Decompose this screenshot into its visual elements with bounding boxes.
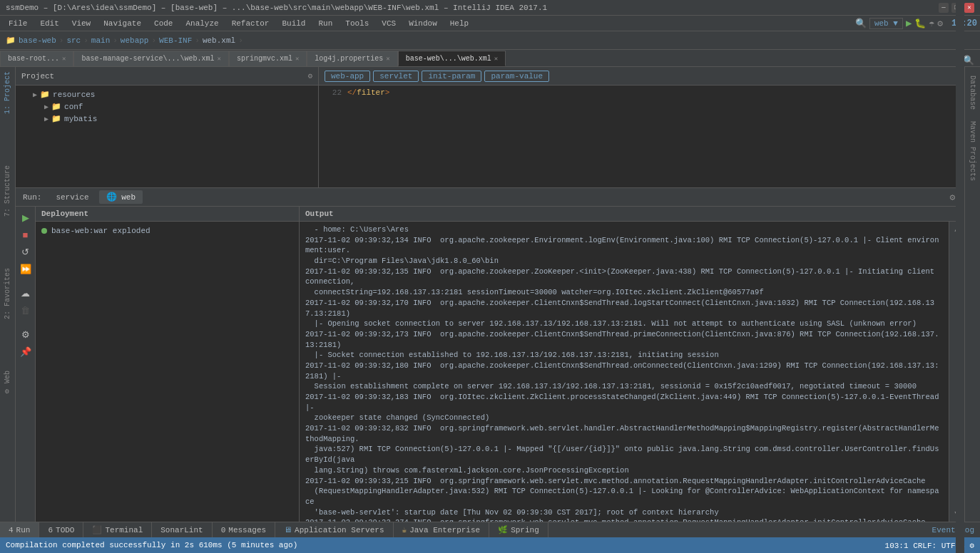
- tab-close-0[interactable]: ✕: [62, 55, 66, 63]
- deploy-button[interactable]: ☁: [18, 285, 34, 301]
- pin-button[interactable]: 📌: [18, 343, 34, 359]
- bottom-tab-messages[interactable]: 0 Messages: [213, 522, 275, 537]
- title-bar: ssmDemo – [D:\Ares\idea\ssmDemo] – [base…: [0, 0, 980, 16]
- toolbar-settings-icon[interactable]: ⚙: [937, 18, 943, 29]
- menu-refactor[interactable]: Refactor: [226, 18, 275, 29]
- bottom-tab-sonar[interactable]: SonarLint: [152, 522, 212, 537]
- token-init-param[interactable]: init-param: [422, 71, 481, 82]
- project-cog[interactable]: ⚙: [307, 71, 312, 81]
- event-log-link[interactable]: Event Log: [927, 526, 980, 534]
- code-editor: web-app servlet init-param param-value 2…: [319, 67, 964, 187]
- tab-close-2[interactable]: ✕: [295, 55, 299, 63]
- panel-tab-structure[interactable]: 7: Structure: [2, 161, 13, 221]
- tab-close-1[interactable]: ✕: [217, 55, 220, 63]
- log-line-18: 'base-web-servlet': startup date [Thu No…: [305, 507, 943, 518]
- tab-close-3[interactable]: ✕: [386, 55, 389, 63]
- toolbar-search-icon[interactable]: 🔍: [855, 18, 867, 29]
- breadcrumb-webxml[interactable]: web.xml: [203, 36, 235, 45]
- deployment-item-base-web[interactable]: base-web:war exploded: [39, 224, 296, 237]
- code-line-area: 22 </filter>: [319, 86, 964, 187]
- menu-analyze[interactable]: Analyze: [180, 18, 224, 29]
- minimize-button[interactable]: ─: [939, 3, 949, 13]
- menu-bar: File Edit View Navigate Code Analyze Ref…: [0, 16, 980, 31]
- web-icon: 🌐: [106, 192, 117, 202]
- breadcrumb-webinf[interactable]: WEB-INF: [159, 36, 192, 45]
- bottom-tab-javaent[interactable]: ☕ Java Enterprise: [394, 522, 490, 537]
- menu-window[interactable]: Window: [403, 18, 443, 29]
- log-line-12: zookeeper state changed (SyncConnected): [305, 413, 943, 423]
- tag-name: filter: [357, 88, 385, 97]
- menu-vcs[interactable]: VCS: [376, 18, 402, 29]
- settings-button[interactable]: ⚙: [18, 326, 34, 342]
- scrollbar[interactable]: [956, 67, 964, 522]
- run-panel-wrapper: Run: service 🌐 web ⚙ ▼: [16, 188, 964, 522]
- undeploy-button[interactable]: 🗑: [18, 302, 34, 318]
- rerun-button[interactable]: ↺: [18, 244, 34, 259]
- token-web-app[interactable]: web-app: [325, 71, 370, 82]
- tab-bar-search[interactable]: 🔍: [963, 55, 974, 66]
- toolbar-run-btn[interactable]: ▶: [906, 17, 912, 29]
- panel-tab-favorites[interactable]: 2: Favorites: [2, 264, 13, 324]
- tab-label: base-web\...\web.xml: [406, 55, 491, 63]
- menu-build[interactable]: Build: [276, 18, 311, 29]
- run-tab-web[interactable]: 🌐 web: [99, 190, 143, 204]
- project-tree: ▶ 📁 resources ▶ 📁 conf ▶ 📁 mybati: [16, 86, 318, 187]
- resume-button[interactable]: ⏩: [18, 261, 34, 276]
- tab-log4j[interactable]: log4j.properties ✕: [307, 51, 397, 66]
- menu-navigate[interactable]: Navigate: [98, 18, 147, 29]
- tree-item-mybatis[interactable]: ▶ 📁 mybatis: [41, 113, 315, 125]
- log-line-17: (RequestMappingHandlerAdapter.java:532) …: [305, 486, 943, 507]
- right-panel-database[interactable]: Database: [967, 70, 978, 115]
- toolbar-web-dropdown[interactable]: web ▼: [869, 18, 903, 29]
- log-line-5: 2017-11-02 09:39:32,170 INFO org.apache.…: [305, 298, 943, 319]
- tree-label-conf: conf: [64, 103, 83, 111]
- breadcrumb-base-web[interactable]: base-web: [19, 36, 56, 45]
- close-button[interactable]: ✕: [964, 3, 974, 13]
- menu-view[interactable]: View: [66, 18, 96, 29]
- bottom-tab-todo[interactable]: 6 TODO: [39, 522, 83, 537]
- tree-arrow-resources: ▶: [33, 91, 37, 99]
- menu-code[interactable]: Code: [148, 18, 178, 29]
- tree-item-conf[interactable]: ▶ 📁 conf: [41, 100, 315, 113]
- breadcrumb-webapp[interactable]: webapp: [121, 36, 149, 45]
- menu-file[interactable]: File: [3, 18, 33, 29]
- panel-tab-web-bottom[interactable]: ⚙ Web: [2, 366, 13, 400]
- bottom-tab-run[interactable]: 4 Run: [0, 522, 39, 537]
- run-button[interactable]: ▶: [18, 210, 34, 225]
- project-title: Project: [21, 72, 54, 81]
- menu-tools[interactable]: Tools: [340, 18, 374, 29]
- toolbar-debug-btn[interactable]: 🐛: [914, 18, 926, 29]
- stop-button[interactable]: ■: [18, 227, 34, 242]
- menu-edit[interactable]: Edit: [34, 18, 64, 29]
- tab-base-manage[interactable]: base-manage-service\...\web.xml ✕: [73, 51, 228, 66]
- deployment-status-dot: [41, 228, 47, 234]
- run-settings-icon[interactable]: ⚙: [950, 192, 956, 203]
- bottom-tab-spring[interactable]: 🌿 Spring: [489, 522, 548, 537]
- appservers-icon: 🖥: [284, 525, 292, 534]
- tab-close-4[interactable]: ✕: [494, 55, 498, 63]
- token-param-value[interactable]: param-value: [484, 71, 549, 82]
- tab-base-web-webxml[interactable]: base-web\...\web.xml ✕: [398, 51, 506, 66]
- breadcrumb-main[interactable]: main: [91, 36, 110, 45]
- token-servlet[interactable]: servlet: [373, 71, 419, 82]
- menu-help[interactable]: Help: [444, 18, 474, 29]
- bottom-tab-terminal[interactable]: ⬛ Terminal: [83, 522, 152, 537]
- javaent-icon: ☕: [402, 525, 407, 534]
- app: ssmDemo – [D:\Ares\idea\ssmDemo] – [base…: [0, 0, 980, 553]
- log-line-2: dir=C:\Program Files\Java\jdk1.8.0_60\bi…: [305, 256, 943, 267]
- breadcrumb-icon: 📁: [6, 36, 16, 45]
- run-tab-service[interactable]: service: [49, 192, 96, 203]
- content-area: 1: Project 7: Structure 2: Favorites ⚙ W…: [0, 67, 980, 522]
- left-run-tools: ▶ ■ ↺ ⏩ ☁ 🗑 ⚙ 📌: [16, 207, 36, 522]
- menu-run[interactable]: Run: [312, 18, 338, 29]
- toolbar-coverage-btn[interactable]: ☂: [929, 18, 934, 29]
- right-panel-maven[interactable]: Maven Projects: [967, 115, 978, 187]
- panel-tab-project[interactable]: 1: Project: [2, 67, 13, 118]
- output-content[interactable]: - home: C:\Users\Ares 2017-11-02 09:39:3…: [300, 222, 949, 522]
- tab-springmvc[interactable]: springmvc.xml ✕: [229, 51, 307, 66]
- tree-item-resources[interactable]: ▶ 📁 resources: [30, 88, 315, 100]
- breadcrumb-src[interactable]: src: [66, 36, 81, 45]
- bottom-tab-appservers[interactable]: 🖥 Application Servers: [275, 522, 393, 537]
- bottom-tab-run-label: Run: [16, 526, 31, 534]
- tab-base-root[interactable]: base-root... ✕: [0, 51, 73, 66]
